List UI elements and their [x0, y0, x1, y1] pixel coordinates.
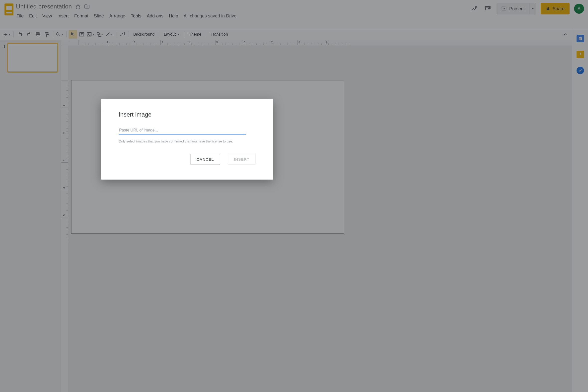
modal-overlay[interactable]: Insert image Only select images that you… — [0, 0, 588, 392]
insert-image-dialog: Insert image Only select images that you… — [101, 99, 273, 180]
image-url-input[interactable] — [119, 126, 246, 135]
cancel-button[interactable]: CANCEL — [190, 154, 220, 164]
dialog-actions: CANCEL INSERT — [119, 154, 256, 164]
dialog-title: Insert image — [119, 111, 256, 118]
insert-button[interactable]: INSERT — [228, 154, 256, 164]
dialog-hint: Only select images that you have confirm… — [119, 140, 256, 143]
